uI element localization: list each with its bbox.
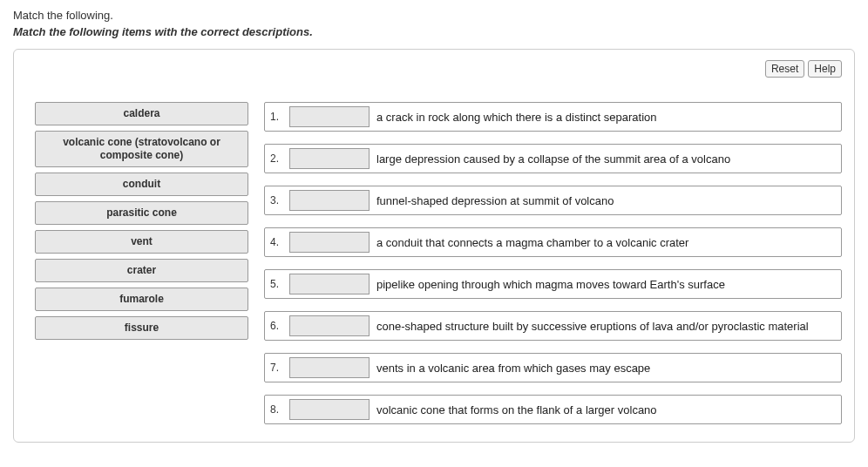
description-number: 6. xyxy=(270,320,282,332)
term-item[interactable]: caldera xyxy=(35,102,248,125)
drop-slot[interactable] xyxy=(289,148,370,169)
description-number: 5. xyxy=(270,278,282,290)
term-item[interactable]: conduit xyxy=(35,173,248,196)
description-text: funnel-shaped depression at summit of vo… xyxy=(376,194,614,207)
drop-slot[interactable] xyxy=(289,190,370,211)
instruction-line-2: Match the following items with the corre… xyxy=(13,25,855,38)
quiz-panel: Reset Help caldera volcanic cone (strato… xyxy=(13,49,855,443)
term-item[interactable]: fissure xyxy=(35,316,248,340)
description-number: 4. xyxy=(270,236,282,248)
drop-slot[interactable] xyxy=(289,315,370,336)
content-row: caldera volcanic cone (stratovolcano or … xyxy=(26,102,842,424)
description-text: vents in a volcanic area from which gase… xyxy=(376,362,650,375)
description-text: large depression caused by a collapse of… xyxy=(376,152,730,166)
description-number: 7. xyxy=(270,362,282,374)
term-item[interactable]: volcanic cone (stratovolcano or composit… xyxy=(35,131,248,167)
description-row: 2. large depression caused by a collapse… xyxy=(264,144,842,173)
description-number: 2. xyxy=(270,152,282,165)
help-button[interactable]: Help xyxy=(808,60,842,78)
description-row: 4. a conduit that connects a magma chamb… xyxy=(264,227,842,257)
drop-slot[interactable] xyxy=(289,274,370,294)
drop-slot[interactable] xyxy=(289,232,370,253)
drop-slot[interactable] xyxy=(289,357,370,378)
description-text: a conduit that connects a magma chamber … xyxy=(376,236,688,249)
toolbar: Reset Help xyxy=(26,60,842,78)
term-item[interactable]: fumarole xyxy=(35,288,248,311)
drop-slot[interactable] xyxy=(289,399,370,420)
description-text: volcanic cone that forms on the flank of… xyxy=(376,403,657,416)
instruction-line-1: Match the following. xyxy=(13,9,855,22)
description-row: 6. cone-shaped structure built by succes… xyxy=(264,311,842,341)
description-row: 1. a crack in rock along which there is … xyxy=(264,102,842,132)
terms-column: caldera volcanic cone (stratovolcano or … xyxy=(26,102,248,340)
description-number: 1. xyxy=(270,111,282,123)
description-text: pipelike opening through which magma mov… xyxy=(376,278,725,291)
drop-slot[interactable] xyxy=(289,106,370,127)
term-item[interactable]: crater xyxy=(35,259,248,282)
description-row: 3. funnel-shaped depression at summit of… xyxy=(264,186,842,215)
descriptions-column: 1. a crack in rock along which there is … xyxy=(264,102,842,424)
description-row: 5. pipelike opening through which magma … xyxy=(264,269,842,299)
reset-button[interactable]: Reset xyxy=(765,60,804,78)
term-item[interactable]: vent xyxy=(35,230,248,254)
description-row: 7. vents in a volcanic area from which g… xyxy=(264,353,842,382)
description-row: 8. volcanic cone that forms on the flank… xyxy=(264,395,842,424)
description-number: 8. xyxy=(270,403,282,416)
term-item[interactable]: parasitic cone xyxy=(35,201,248,225)
description-number: 3. xyxy=(270,194,282,206)
description-text: cone-shaped structure built by successiv… xyxy=(376,320,809,333)
description-text: a crack in rock along which there is a d… xyxy=(376,111,657,124)
